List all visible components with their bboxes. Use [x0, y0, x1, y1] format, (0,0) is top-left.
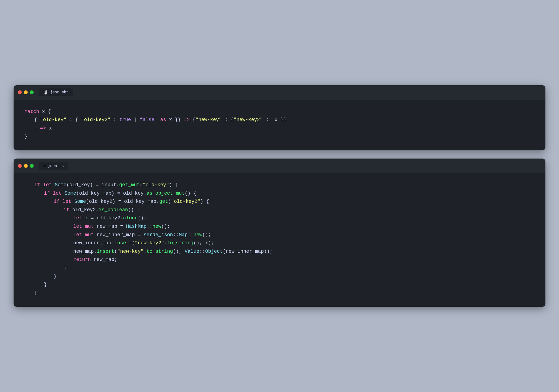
rs-line-11: }: [63, 264, 535, 272]
rs-line-9: new_map.insert("new-key".to_string(), Va…: [73, 247, 535, 256]
rs-line-2: if let Some(old_key_map) = old_key.as_ob…: [44, 189, 535, 198]
window-rs: ⚙ json.rs if let Some(old_key) = input.g…: [14, 159, 545, 307]
tab-label-rs: json.rs: [48, 164, 64, 168]
minimize-button-rs[interactable]: [24, 164, 28, 168]
window-mbt: 🐰 json.mbt match x { { "old-key" : { "ol…: [14, 85, 545, 150]
rs-line-3: if let Some(old_key2) = old_key_map.get(…: [54, 197, 535, 206]
titlebar-mbt: 🐰 json.mbt: [14, 85, 545, 100]
tab-rs[interactable]: ⚙ json.rs: [39, 162, 68, 170]
rs-line-4: if old_key2.is_boolean() {: [63, 206, 535, 214]
traffic-lights-mbt: [18, 90, 34, 94]
rs-line-5: let x = old_key2.clone();: [73, 214, 535, 222]
maximize-button[interactable]: [30, 90, 34, 94]
code-area-rs: if let Some(old_key) = input.get_mut("ol…: [14, 173, 545, 307]
code-area-mbt: match x { { "old-key" : { "old-key2" : t…: [14, 100, 545, 150]
rs-line-1: if let Some(old_key) = input.get_mut("ol…: [34, 181, 535, 189]
file-icon-mbt: 🐰: [43, 90, 48, 95]
code-line-2: { "old-key" : { "old-key2" : true | fals…: [34, 116, 535, 124]
file-icon-rs: ⚙: [43, 163, 46, 168]
rs-line-8: new_inner_map.insert("new-key2".to_strin…: [73, 239, 535, 247]
code-line-1: match x {: [24, 108, 535, 116]
titlebar-rs: ⚙ json.rs: [14, 159, 545, 173]
rs-line-12: }: [54, 272, 535, 281]
close-button-rs[interactable]: [18, 164, 22, 168]
rs-line-10: return new_map;: [73, 255, 535, 264]
rs-line-14: }: [34, 289, 535, 297]
code-line-3: _ => x: [34, 124, 535, 132]
code-line-4: }: [24, 132, 535, 141]
minimize-button[interactable]: [24, 90, 28, 94]
maximize-button-rs[interactable]: [30, 164, 34, 168]
tab-label-mbt: json.mbt: [50, 90, 68, 94]
tab-mbt[interactable]: 🐰 json.mbt: [39, 88, 73, 96]
rs-line-7: let mut new_inner_map = serde_json::Map:…: [73, 231, 535, 239]
close-button[interactable]: [18, 90, 22, 94]
rs-line-13: }: [44, 280, 535, 289]
rs-line-6: let mut new_map = HashMap::new();: [73, 222, 535, 231]
traffic-lights-rs: [18, 164, 34, 168]
